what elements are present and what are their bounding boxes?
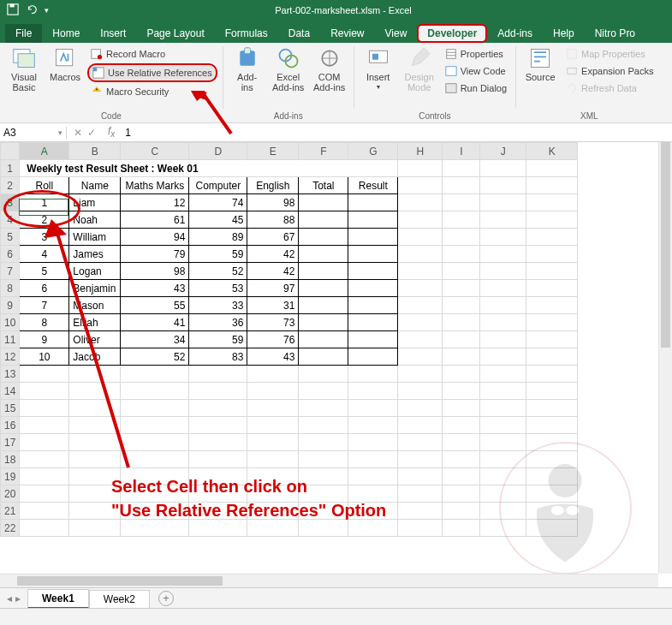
header-cell[interactable]: Roll: [20, 177, 69, 194]
insert-control-button[interactable]: Insert▾: [360, 45, 397, 92]
cell[interactable]: [443, 451, 480, 468]
row-header-5[interactable]: 5: [1, 229, 20, 246]
tab-help[interactable]: Help: [543, 24, 585, 43]
cell-total[interactable]: [299, 297, 348, 314]
cell[interactable]: [189, 434, 247, 451]
cell-maths[interactable]: 79: [121, 246, 189, 263]
cell[interactable]: [247, 417, 299, 434]
cell[interactable]: [69, 400, 121, 417]
cell-roll[interactable]: 6: [20, 280, 69, 297]
tab-page-layout[interactable]: Page Layout: [136, 24, 214, 43]
cell[interactable]: [480, 417, 526, 434]
cell[interactable]: [443, 503, 480, 520]
cell[interactable]: [348, 451, 398, 468]
cell-maths[interactable]: 12: [121, 194, 189, 211]
cell[interactable]: [480, 194, 526, 211]
macro-security-button[interactable]: Macro Security: [87, 84, 217, 99]
cell-maths[interactable]: 94: [121, 229, 189, 246]
cell[interactable]: [398, 194, 443, 211]
cell-english[interactable]: 88: [247, 211, 299, 229]
header-cell[interactable]: English: [247, 177, 299, 194]
cell[interactable]: [299, 383, 348, 400]
cell-total[interactable]: [299, 314, 348, 331]
cell[interactable]: [398, 229, 443, 246]
view-code-button[interactable]: View Code: [442, 63, 510, 79]
cell[interactable]: [398, 366, 443, 383]
cell-computer[interactable]: 59: [189, 331, 247, 348]
cell[interactable]: [20, 520, 69, 537]
tab-view[interactable]: View: [375, 24, 418, 43]
cell[interactable]: [526, 160, 578, 177]
row-header-3[interactable]: 3: [1, 194, 20, 211]
cell[interactable]: [480, 348, 526, 366]
cell-result[interactable]: [348, 297, 398, 314]
cell[interactable]: [480, 177, 526, 194]
cell[interactable]: [480, 297, 526, 314]
cell[interactable]: [526, 366, 578, 383]
horizontal-scrollbar[interactable]: [0, 574, 658, 587]
name-box[interactable]: A3▾: [0, 127, 67, 139]
cell[interactable]: [480, 366, 526, 383]
cell-name[interactable]: Logan: [69, 263, 121, 280]
new-sheet-button[interactable]: +: [158, 591, 174, 606]
cell[interactable]: [348, 383, 398, 400]
tab-review[interactable]: Review: [320, 24, 374, 43]
row-header-22[interactable]: 22: [1, 520, 20, 537]
cell-maths[interactable]: 41: [121, 314, 189, 331]
cell-name[interactable]: Elijah: [69, 314, 121, 331]
worksheet[interactable]: ABCDEFGHIJK1Weekly test Result Sheet : W…: [0, 142, 672, 537]
col-header-F[interactable]: F: [299, 143, 348, 160]
run-dialog-button[interactable]: Run Dialog: [442, 80, 510, 96]
cell-computer[interactable]: 52: [189, 263, 247, 280]
cell-computer[interactable]: 53: [189, 280, 247, 297]
cell-computer[interactable]: 45: [189, 211, 247, 229]
cell-roll[interactable]: 8: [20, 314, 69, 331]
cell-english[interactable]: 97: [247, 280, 299, 297]
cell[interactable]: [443, 417, 480, 434]
cell-roll[interactable]: 10: [20, 348, 69, 366]
cell[interactable]: [299, 451, 348, 468]
cell-name[interactable]: Noah: [69, 211, 121, 229]
cell[interactable]: [121, 383, 189, 400]
cell-roll[interactable]: 4: [20, 246, 69, 263]
row-header-10[interactable]: 10: [1, 314, 20, 331]
cell-total[interactable]: [299, 280, 348, 297]
visual-basic-button[interactable]: Visual Basic: [5, 45, 43, 92]
row-header-6[interactable]: 6: [1, 246, 20, 263]
cell[interactable]: [398, 348, 443, 366]
com-addins-button[interactable]: COM Add-ins: [311, 45, 348, 92]
col-header-H[interactable]: H: [398, 143, 443, 160]
sheet-tab-week2[interactable]: Week2: [89, 590, 150, 608]
cell[interactable]: [443, 366, 480, 383]
cell[interactable]: [20, 383, 69, 400]
cell-total[interactable]: [299, 194, 348, 211]
tab-nitro[interactable]: Nitro Pro: [585, 24, 645, 43]
col-header-C[interactable]: C: [121, 143, 189, 160]
enter-icon[interactable]: ✓: [87, 127, 96, 139]
row-header-20[interactable]: 20: [1, 485, 20, 503]
cell[interactable]: [299, 400, 348, 417]
header-cell[interactable]: Maths Marks: [121, 177, 189, 194]
cell-total[interactable]: [299, 331, 348, 348]
cell[interactable]: [443, 331, 480, 348]
cell[interactable]: [443, 246, 480, 263]
undo-icon[interactable]: [26, 3, 38, 17]
macros-button[interactable]: Macros: [46, 45, 84, 82]
cell-roll[interactable]: 5: [20, 263, 69, 280]
cell-english[interactable]: 73: [247, 314, 299, 331]
fx-icon[interactable]: fx: [103, 125, 120, 139]
cell[interactable]: [443, 400, 480, 417]
save-icon[interactable]: [7, 3, 19, 17]
cell[interactable]: [443, 177, 480, 194]
tab-file[interactable]: File: [5, 24, 42, 43]
cell[interactable]: [526, 468, 578, 485]
cell-name[interactable]: Liam: [69, 194, 121, 211]
cell-result[interactable]: [348, 194, 398, 211]
cell[interactable]: [526, 280, 578, 297]
row-header-19[interactable]: 19: [1, 468, 20, 485]
cell-computer[interactable]: 33: [189, 297, 247, 314]
row-header-14[interactable]: 14: [1, 383, 20, 400]
cell[interactable]: [69, 366, 121, 383]
cell[interactable]: [69, 417, 121, 434]
cell[interactable]: [247, 434, 299, 451]
